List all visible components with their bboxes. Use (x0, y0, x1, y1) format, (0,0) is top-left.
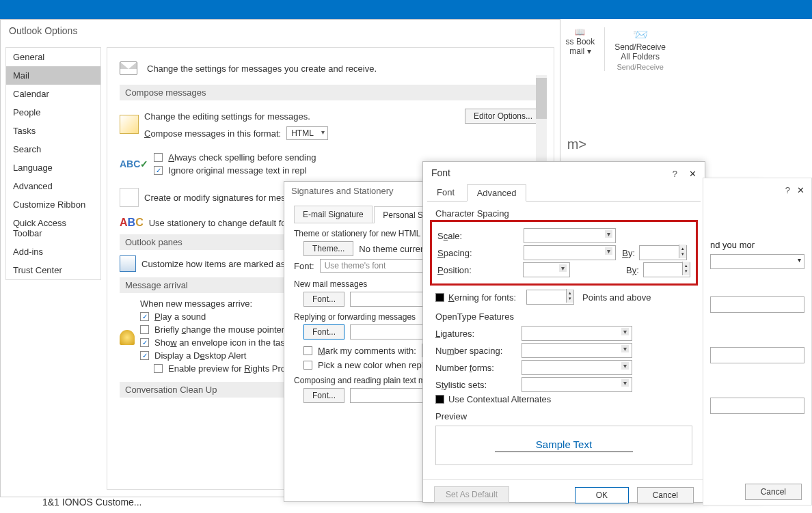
inbox-item[interactable]: 1&1 IONOS Custome... (34, 491, 239, 513)
spacing-by[interactable] (639, 245, 687, 260)
compose-icon (120, 115, 139, 134)
sidebar-item-tasks[interactable]: Tasks (6, 122, 100, 140)
address-book-label: ss Book (566, 37, 595, 46)
section-compose: Compose messages (120, 85, 541, 100)
position-select[interactable] (523, 262, 570, 277)
font-select[interactable]: Use theme's font (320, 259, 429, 273)
tools-field-3[interactable] (710, 398, 804, 414)
ignore-original-label: Ignore original message text in repl (168, 165, 306, 176)
preview-checkbox[interactable] (154, 364, 163, 373)
kerning-label: Kerning for fonts: (448, 292, 522, 303)
theme-button[interactable]: Theme... (303, 241, 353, 256)
points-label: Points and above (582, 292, 651, 303)
email-label: mail ▾ (566, 46, 595, 56)
play-sound-checkbox[interactable]: ✓ (140, 312, 149, 321)
format-label: Compose messages in this format: (144, 128, 281, 139)
kerning-checkbox[interactable] (435, 293, 444, 302)
signature-text: Create or modify signatures for messa (144, 193, 295, 203)
inbox-subject: 1&1 IONOS Custome... (42, 497, 231, 508)
mark-comments-label: Mark my comments with: (318, 346, 416, 356)
bell-icon (120, 330, 135, 345)
preview-title: Preview (435, 411, 692, 421)
char-spacing-highlight: Scale: Spacing:By: Position:By: (430, 220, 698, 286)
position-by[interactable] (643, 262, 690, 277)
tab-font[interactable]: Font (427, 184, 464, 200)
contextual-label: Use Contextual Alternates (448, 394, 551, 404)
stationery-text: Use stationery to change default font (149, 218, 294, 228)
help-icon[interactable]: ? (673, 169, 677, 179)
num-forms-label: Number forms: (435, 363, 517, 373)
pointer-checkbox[interactable] (140, 325, 149, 334)
mark-comments-checkbox[interactable] (303, 346, 312, 355)
format-select[interactable]: HTML (286, 126, 328, 140)
sidebar-item-trust[interactable]: Trust Center (6, 261, 100, 279)
envelope-label: Show an envelope icon in the task (154, 337, 289, 348)
preview-text: Sample Text (495, 439, 633, 452)
always-spell-label: Always check spelling before sending (168, 152, 316, 163)
spacing-label: Spacing: (437, 248, 519, 258)
tools-field-1[interactable] (710, 296, 804, 313)
ribbon-bar (0, 0, 812, 19)
sidebar-item-addins[interactable]: Add-ins (6, 242, 100, 261)
tools-field-2[interactable] (710, 347, 804, 363)
stylistic-select[interactable] (522, 377, 632, 392)
sidebar-item-advanced[interactable]: Advanced (6, 177, 100, 195)
sidebar-item-language[interactable]: Language (6, 158, 100, 177)
panes-text: Customize how items are marked as r (141, 259, 290, 269)
envelope-checkbox[interactable]: ✓ (140, 338, 149, 347)
sidebar-item-customize-ribbon[interactable]: Customize Ribbon (6, 195, 100, 214)
always-spell-checkbox[interactable] (154, 153, 163, 162)
contextual-checkbox[interactable] (435, 395, 444, 404)
tools-panel: ✕? nd you mor ▾ Cancel (703, 178, 812, 505)
abc-check-icon: ABC✓ (120, 158, 148, 169)
font-button-plain[interactable]: Font... (303, 388, 344, 403)
by-label-2: By: (624, 265, 639, 275)
send-receive-icon: 📨 (614, 27, 666, 42)
arrival-when: When new messages arrive: (140, 299, 293, 309)
preview-label: Enable preview for Rights Prote (168, 363, 293, 374)
ok-button[interactable]: OK (575, 487, 629, 503)
stylistic-label: Stylistic sets: (435, 380, 517, 390)
sidebar-item-people[interactable]: People (6, 103, 100, 122)
sidebar-item-search[interactable]: Search (6, 140, 100, 158)
tab-email-signature[interactable]: E-mail Signature (294, 206, 373, 223)
editor-options-button[interactable]: Editor Options... (465, 109, 541, 124)
tools-close-icon[interactable]: ✕ (797, 185, 804, 195)
pointer-label: Briefly change the mouse pointer (154, 324, 284, 335)
num-spacing-label: Number spacing: (435, 346, 517, 356)
page-heading: Change the settings for messages you cre… (147, 64, 377, 74)
spacing-select[interactable] (524, 245, 616, 260)
sidebar-item-mail[interactable]: Mail (6, 66, 100, 85)
desktop-alert-checkbox[interactable]: ✓ (140, 351, 149, 360)
send-receive-group[interactable]: 📨 Send/Receive All Folders Send/Receive (604, 27, 675, 71)
font-dialog: Font ? ✕ Font Advanced Character Spacing… (422, 161, 705, 503)
sidebar-item-calendar[interactable]: Calendar (6, 85, 100, 103)
by-label-1: By: (620, 248, 635, 258)
font-label: Font: (294, 261, 314, 271)
envelope-icon (120, 61, 137, 75)
kerning-value[interactable] (526, 290, 574, 305)
send-receive-group-label: Send/Receive (614, 63, 666, 71)
ligatures-select[interactable] (522, 326, 632, 341)
num-spacing-select[interactable] (522, 343, 632, 358)
ignore-original-checkbox[interactable]: ✓ (154, 166, 163, 175)
cancel-button[interactable]: Cancel (637, 487, 694, 503)
sidebar-item-qat[interactable]: Quick Access Toolbar (6, 214, 100, 242)
close-icon[interactable]: ✕ (689, 169, 696, 179)
num-forms-select[interactable] (522, 360, 632, 375)
tools-cancel-button[interactable]: Cancel (745, 484, 802, 500)
stationery-icon: ABC (120, 217, 144, 229)
scale-select[interactable] (524, 228, 616, 243)
tab-advanced[interactable]: Advanced (467, 184, 527, 202)
pick-color-checkbox[interactable] (303, 361, 312, 370)
no-theme-text: No theme currentl (359, 244, 429, 254)
preview-box: Sample Text (435, 426, 692, 465)
font-dialog-title: Font (423, 162, 705, 184)
tools-dropdown[interactable]: ▾ (710, 254, 804, 269)
options-sidebar: General Mail Calendar People Tasks Searc… (5, 47, 101, 280)
font-button-reply[interactable]: Font... (303, 324, 344, 339)
tools-help-icon[interactable]: ? (785, 185, 790, 195)
font-button-new[interactable]: Font... (303, 292, 344, 307)
sidebar-item-general[interactable]: General (6, 48, 100, 66)
scale-label: Scale: (437, 231, 519, 241)
